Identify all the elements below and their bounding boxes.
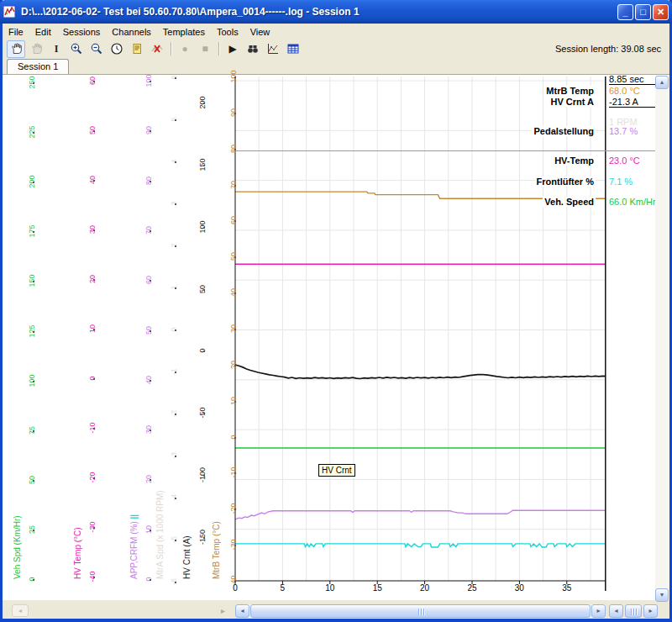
tab-session-1[interactable]: Session 1 (7, 59, 69, 75)
close-button[interactable]: ✕ (653, 4, 669, 20)
chart-points-button[interactable] (264, 40, 282, 58)
menu-item-templates[interactable]: Templates (157, 25, 211, 39)
axis-tick-mark (93, 477, 95, 479)
axis-tick-label-veh_spd: 25 (28, 525, 36, 534)
plot-scrollbar-thumb[interactable] (250, 604, 591, 618)
axis-tick-mark (150, 130, 151, 132)
stop-button: ■ (196, 40, 214, 58)
zoom-in-button[interactable] (67, 40, 86, 58)
axis-tick-label-hv_temp: -30 (88, 521, 97, 532)
axis-tick-label-veh_spd: 75 (28, 426, 36, 435)
pan-hand-button[interactable] (7, 40, 25, 58)
axis-tick-label-app_crfm: 100 (144, 74, 153, 87)
axis-tick-mark (234, 256, 236, 258)
axis-tick-mark (203, 289, 205, 291)
axis-tick-mark (234, 329, 236, 330)
values-scroll-down-button[interactable]: ▾ (655, 588, 669, 602)
values-scroll-right-button[interactable]: ▸ (643, 604, 658, 618)
axis-tick-label-mtra_spd: -3 (170, 452, 178, 459)
find-button[interactable] (244, 40, 262, 58)
axis-tick-label-hv_temp: 60 (88, 76, 97, 85)
axis-tick-mark (93, 130, 95, 132)
axis-tick-label-hv_crnt: 200 (198, 96, 207, 108)
menu-item-edit[interactable]: Edit (29, 25, 57, 39)
axis-tick-mark (175, 77, 176, 79)
axis-tick-mark (33, 579, 34, 581)
trace-pedalstellung[interactable] (235, 510, 606, 519)
clear-marks-button[interactable] (148, 40, 166, 58)
axis-tick-label-mtra_spd: 5 (170, 117, 178, 121)
axis-tick-label-hv_temp: 30 (88, 225, 97, 234)
plot-scroll-left-button[interactable]: ◂ (235, 604, 249, 618)
channel-label-hv-crnt-a[interactable]: HV Crnt A (549, 97, 596, 107)
values-scroll-up-button[interactable]: ▴ (655, 76, 669, 89)
axis-tick-mark (150, 181, 151, 182)
axis-tick-mark (175, 582, 176, 583)
play-button[interactable]: ▶ (223, 40, 242, 58)
channel-label-hv-temp[interactable]: HV-Temp (553, 156, 596, 166)
channel-value-pedalstellung: 13.7 % (609, 126, 661, 136)
trace-frontl-fter[interactable] (235, 544, 606, 547)
x-axis-tick-label: 35 (562, 583, 571, 593)
channel-value-cursor-time: 8.85 sec (609, 74, 661, 85)
axis-tick-label-hv_crnt: -150 (198, 530, 207, 545)
menu-item-channels[interactable]: Channels (106, 25, 156, 39)
axis-tick-label-mtra_spd: -6 (170, 578, 178, 585)
axis-tick-mark (93, 329, 95, 330)
data-table-button[interactable] (284, 40, 302, 58)
find-icon (246, 42, 260, 55)
values-scroll-left-button[interactable]: ◂ (609, 604, 623, 618)
axis-tick-mark (150, 579, 151, 581)
title-bar[interactable]: D:\...\2012-06-02- Test bei 50.60.70.80\… (0, 0, 672, 24)
axis-tick-label-mtrb_temp: 0 (229, 435, 238, 439)
play-icon: ▶ (228, 43, 236, 55)
plot-scroll-right-button[interactable]: ▸ (591, 604, 606, 618)
axis-tick-label-mtrb_temp: -10 (229, 467, 238, 478)
ibeam-cursor-button[interactable]: I (47, 40, 66, 58)
trace-hv-crnt[interactable] (235, 365, 606, 379)
x-axis-tick-label: 25 (467, 583, 476, 593)
channel-label-mtrb-temp[interactable]: MtrB Temp (544, 86, 596, 96)
axis-tick-mark (234, 545, 236, 546)
axis-tick-label-hv_temp: 40 (88, 176, 97, 184)
channel-label-frontl-fter[interactable]: Frontlüfter % (535, 177, 596, 187)
axis-title-app_crfm: APP,CRFM (%) || (129, 514, 139, 579)
values-scrollbar-thumb[interactable] (625, 604, 642, 618)
axis-tick-mark (234, 113, 236, 114)
axis-tick-mark (175, 245, 176, 247)
menu-item-tools[interactable]: Tools (211, 25, 244, 39)
axis-tick-mark (175, 287, 176, 289)
plot-top-border (235, 150, 664, 151)
axis-tick-label-mtrb_temp: -20 (229, 503, 238, 514)
axis-tick-label-mtra_spd: 0 (170, 327, 178, 331)
channel-label-veh-speed[interactable]: Veh. Speed (543, 197, 596, 207)
axis-tick-mark (203, 413, 205, 414)
stop-icon: ■ (202, 43, 207, 55)
tab-bar: Session 1 (3, 57, 669, 74)
pan-hand-icon (9, 42, 23, 55)
menu-item-view[interactable]: View (244, 25, 276, 39)
zoom-out-button[interactable] (87, 40, 106, 58)
values-vertical-scrollbar[interactable] (655, 76, 669, 602)
axis-tick-mark (234, 365, 236, 366)
channel-value-hv-temp: 23.0 °C (609, 156, 661, 166)
chart-points-icon (266, 42, 280, 55)
minimize-button[interactable]: _ (617, 4, 633, 20)
menu-item-sessions[interactable]: Sessions (57, 25, 107, 39)
channel-label-pedalstellung[interactable]: Pedalstellung (532, 126, 596, 136)
notes-button[interactable] (128, 40, 146, 58)
axis-tick-mark (93, 378, 95, 380)
time-clock-button[interactable] (108, 40, 126, 58)
axis-title-mtra_spd: MtrA Spd (x 1000 RPM) (155, 490, 165, 579)
menu-item-file[interactable]: File (3, 25, 29, 39)
plot-area[interactable] (3, 75, 669, 604)
axis-tick-label-mtrb_temp: 30 (229, 324, 238, 333)
axis-tick-mark (33, 331, 34, 333)
axis-tick-mark (33, 182, 34, 183)
menu-bar: FileEditSessionsChannelsTemplatesToolsVi… (3, 24, 669, 40)
axis-tick-mark (93, 527, 95, 529)
maximize-button[interactable]: □ (635, 4, 651, 20)
axis-tick-mark (234, 437, 236, 439)
axis-tick-mark (203, 537, 205, 539)
axis-tick-mark (150, 380, 151, 382)
